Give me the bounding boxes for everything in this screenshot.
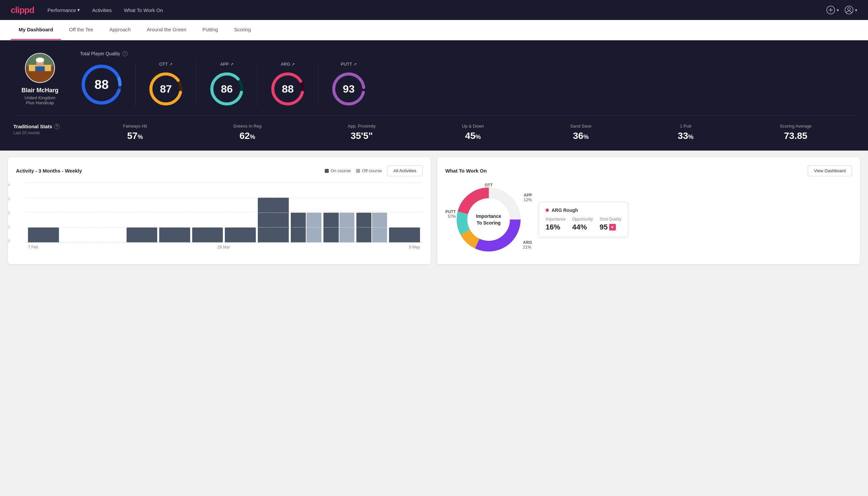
shot-quality-val: 95 ▼ <box>600 223 621 232</box>
chevron-down-icon: ▾ <box>77 7 80 13</box>
bar-on-course <box>291 213 306 243</box>
svg-text:To Scoring: To Scoring <box>477 220 501 226</box>
donut-chart-container: OTT 57% APP 12% ARG 21% PUTT 57% <box>445 183 532 256</box>
nav-activities[interactable]: Activities <box>92 7 112 13</box>
bar-on-course <box>389 228 420 243</box>
view-dashboard-button[interactable]: View Dashboard <box>808 165 852 176</box>
bar-on-course <box>225 228 256 243</box>
bar-on-course <box>258 198 289 243</box>
stat-greens-in-reg: Greens In Reg 62% <box>233 124 262 141</box>
stat-sandsave-label: Sand Save <box>570 124 591 128</box>
svg-point-11 <box>36 57 44 62</box>
stat-sandsave-val: 36% <box>573 130 588 141</box>
stat-app-proximity: App. Proximity 35'5" <box>348 124 376 141</box>
player-name: Blair McHarg <box>21 87 58 94</box>
stat-scoring-avg: Scoring Average 73.85 <box>780 124 811 141</box>
bar-group-1 <box>28 228 59 243</box>
bar-off-course <box>306 213 321 243</box>
bar-on-course <box>323 213 338 243</box>
bottom-panels: Activity - 3 Months - Weekly On course O… <box>0 151 868 271</box>
player-info: Blair McHarg United Kingdom Plus Handica… <box>13 51 80 107</box>
bar-group-11 <box>357 213 388 243</box>
stat-updown-val: 45% <box>465 130 480 141</box>
bar-group-10 <box>323 213 354 243</box>
trad-label-section: Traditional Stats ? Last 20 rounds <box>13 124 80 135</box>
bar-group-4 <box>127 228 158 243</box>
stat-1putt-val: 33% <box>678 130 693 141</box>
tab-putting[interactable]: Putting <box>194 20 226 40</box>
main-score: 88 <box>95 77 109 92</box>
x-label-2: 28 Mar <box>218 245 230 249</box>
ott-donut: 87 <box>147 71 184 107</box>
wtwon-content: OTT 57% APP 12% ARG 21% PUTT 57% <box>445 183 852 256</box>
chart-legend: On course Off course <box>325 168 382 173</box>
player-country: United Kingdom <box>25 95 56 100</box>
info-card-shot-quality: Shot Quality 95 ▼ <box>600 217 621 232</box>
user-icon[interactable]: ▾ <box>845 5 857 15</box>
trad-stats-title: Traditional Stats ? <box>13 124 67 129</box>
bar-on-course <box>159 228 190 243</box>
tab-scoring[interactable]: Scoring <box>226 20 259 40</box>
info-card-dot <box>546 208 549 212</box>
stat-greens-label: Greens In Reg <box>233 124 262 128</box>
nav-links: Performance ▾ Activities What To Work On <box>48 7 163 13</box>
arg-score: 88 <box>282 83 294 95</box>
chart-y-labels: 4 3 2 1 0 <box>8 183 10 243</box>
app-donut: 86 <box>208 71 245 107</box>
tab-approach[interactable]: Approach <box>101 20 139 40</box>
putt-score: 93 <box>343 83 355 95</box>
stat-app-label: App. Proximity <box>348 124 376 128</box>
score-card-ott: OTT ↗ 87 <box>136 62 196 107</box>
wtwon-panel-title: What To Work On <box>445 168 487 173</box>
traditional-stats-row: Traditional Stats ? Last 20 rounds Fairw… <box>13 115 855 141</box>
ott-trend-icon: ↗ <box>169 62 173 67</box>
stat-fairways-hit: Fairways Hit 57% <box>123 124 147 141</box>
stat-1-putt: 1 Putt 33% <box>678 124 693 141</box>
ott-score: 87 <box>160 83 172 95</box>
stat-greens-val: 62% <box>239 130 255 141</box>
nav-performance[interactable]: Performance ▾ <box>48 7 80 13</box>
putt-trend-icon: ↗ <box>353 62 357 67</box>
bar-group-8 <box>258 198 289 243</box>
svg-text:Importance: Importance <box>476 214 501 219</box>
legend-on-course-dot <box>325 169 329 173</box>
activity-panel-title: Activity - 3 Months - Weekly <box>16 168 82 173</box>
tab-off-the-tee[interactable]: Off the Tee <box>61 20 101 40</box>
trad-stats: Fairways Hit 57% Greens In Reg 62% App. … <box>80 124 855 141</box>
importance-val: 16% <box>546 223 566 232</box>
x-label-3: 9 May <box>409 245 420 249</box>
score-card-main: 88 <box>80 63 136 106</box>
legend-off-course: Off course <box>356 168 382 173</box>
tabs-bar: My Dashboard Off the Tee Approach Around… <box>0 20 868 40</box>
info-card-stats: Importance 16% Opportunity 44% Shot Qual… <box>546 217 621 232</box>
add-icon[interactable]: ▾ <box>826 5 839 15</box>
stat-fairways-val: 57% <box>127 130 143 141</box>
nav-what-to-work-on[interactable]: What To Work On <box>124 7 163 13</box>
top-nav: clippd Performance ▾ Activities What To … <box>0 0 868 20</box>
bar-group-5 <box>159 228 190 243</box>
tab-around-the-green[interactable]: Around the Green <box>139 20 194 40</box>
main-donut: 88 <box>80 63 123 106</box>
tpq-info-icon[interactable]: ? <box>122 51 128 56</box>
chart-x-labels: 7 Feb 28 Mar 9 May <box>25 243 423 249</box>
bar-on-course <box>192 228 223 243</box>
stat-scoringavg-val: 73.85 <box>784 130 807 141</box>
activity-panel: Activity - 3 Months - Weekly On course O… <box>8 157 431 264</box>
hero-section: Blair McHarg United Kingdom Plus Handica… <box>0 40 868 151</box>
score-card-app: APP ↗ 86 <box>196 62 257 107</box>
putt-label: PUTT ↗ <box>341 62 357 67</box>
x-label-1: 7 Feb <box>28 245 38 249</box>
bar-on-course <box>127 228 158 243</box>
all-activities-button[interactable]: All Activities <box>387 165 423 176</box>
info-card-importance: Importance 16% <box>546 217 566 232</box>
player-avatar <box>25 53 55 83</box>
bar-group-7 <box>225 228 256 243</box>
bar-on-course <box>357 213 372 243</box>
trad-stats-subtitle: Last 20 rounds <box>13 130 67 135</box>
app-label: APP ↗ <box>220 62 234 67</box>
trad-info-icon[interactable]: ? <box>54 124 60 129</box>
tab-my-dashboard[interactable]: My Dashboard <box>11 20 61 40</box>
stat-fairways-label: Fairways Hit <box>123 124 147 128</box>
info-card-opportunity: Opportunity 44% <box>572 217 593 232</box>
logo[interactable]: clippd <box>11 5 34 15</box>
